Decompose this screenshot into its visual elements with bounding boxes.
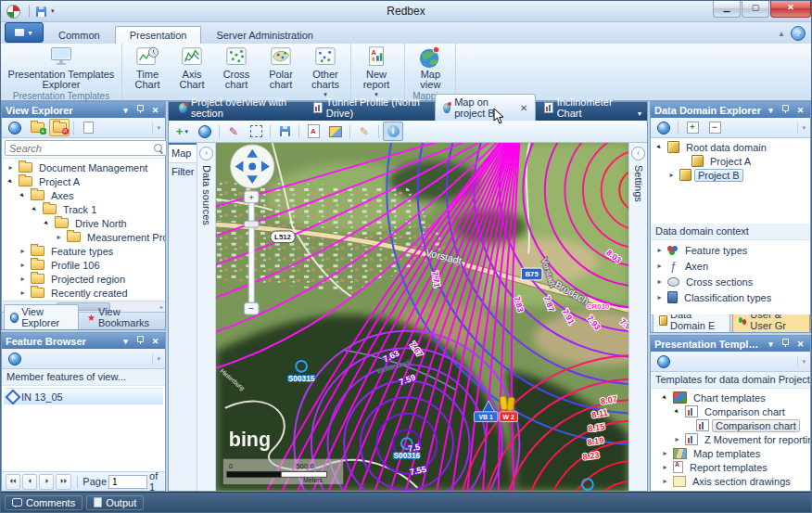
tab-map[interactable]: Map (169, 143, 197, 163)
tree-item[interactable]: ▸Root data domain (651, 140, 810, 154)
map-globe-button[interactable] (195, 122, 215, 141)
context-item[interactable]: ▸Classification types (651, 289, 810, 305)
last-page-button[interactable]: ⏵⏵ (56, 474, 70, 490)
output-button[interactable]: Output (86, 495, 144, 510)
minimize-button[interactable]: ▁ (713, 1, 741, 18)
tree-item[interactable]: Project A (651, 154, 810, 168)
window-position-icon[interactable]: ▾ (765, 340, 777, 349)
style-brush-button[interactable]: ✎ (223, 122, 244, 141)
data-sources-label[interactable]: Data sources (201, 165, 212, 225)
tree-item[interactable]: ▸Recently created (2, 286, 165, 300)
search-input[interactable] (5, 140, 167, 156)
expand-arrow-icon[interactable]: ▸ (18, 247, 28, 255)
tree-item[interactable]: ▸Profile 106 (2, 258, 165, 272)
close-icon[interactable]: ✕ (794, 106, 806, 115)
zoom-region-button[interactable] (246, 122, 266, 141)
tree-item[interactable]: ▸Drive North (2, 216, 165, 230)
annotate-button[interactable]: ✎ (354, 122, 374, 141)
axis-chart-button[interactable]: Axis Chart (170, 45, 214, 91)
page-input[interactable] (108, 475, 147, 489)
tree-item[interactable]: Comparison chart (651, 418, 810, 432)
toolbar-overflow-icon[interactable]: ▾ (152, 353, 162, 365)
comments-button[interactable]: Comments (5, 495, 82, 510)
expand-arrow-icon[interactable]: ▸ (654, 262, 665, 270)
tab-view-explorer[interactable]: View Explorer (4, 304, 79, 329)
doc-tab-inclinometer-chart[interactable]: Inclinometer Chart (536, 95, 632, 121)
tree-item[interactable]: ▸Axis section drawings (651, 474, 810, 488)
info-toggle-button[interactable]: i (383, 122, 403, 141)
expand-arrow-icon[interactable]: ▸ (654, 277, 665, 286)
doc-tab-project-overview[interactable]: Project overview with section (171, 95, 305, 121)
map-canvas[interactable]: VB 1 W 2 L512 B75 Vorstadt Vorstadt Brod… (216, 143, 628, 491)
tree-item[interactable]: ▸Track 1 (2, 202, 165, 216)
save-button[interactable] (274, 122, 295, 141)
refresh-features-button[interactable] (5, 350, 25, 367)
next-page-button[interactable]: ⏵ (39, 474, 54, 490)
context-item[interactable]: ▸Feature types (651, 242, 810, 258)
expand-arrow-icon[interactable]: ▸ (18, 275, 28, 283)
add-layer-button[interactable]: +▼ (172, 122, 193, 141)
filter-views-button[interactable]: ⊘ (49, 119, 70, 136)
expand-arrow-icon[interactable]: ▸ (6, 163, 16, 172)
tab-filter[interactable]: Filter (169, 163, 197, 181)
expand-arrow-icon[interactable]: ▸ (18, 289, 28, 297)
add-view-button[interactable]: + (27, 119, 47, 136)
refresh-domains-button[interactable] (653, 119, 674, 136)
pin-icon[interactable] (780, 106, 792, 115)
settings-label[interactable]: Settings (633, 165, 644, 202)
expand-arrow-icon[interactable]: ▸ (660, 463, 670, 471)
toolbar-overflow-icon[interactable]: ▾ (797, 356, 807, 367)
tree-item[interactable]: ▸Feature types (2, 244, 165, 258)
collapse-arrow-icon[interactable]: ▸ (4, 174, 17, 187)
tab-overflow-icon[interactable]: ▾ (632, 109, 647, 121)
expand-arrow-icon[interactable]: ▸ (672, 435, 682, 443)
zoom-slider-handle[interactable] (244, 221, 259, 227)
pin-icon[interactable] (134, 337, 146, 346)
new-report-button[interactable]: A New report ▼ (354, 45, 399, 101)
map-view-button[interactable]: Map view (408, 45, 452, 91)
collapse-arrow-icon[interactable]: ▸ (658, 391, 671, 404)
tab-common[interactable]: Common (44, 26, 115, 44)
collapse-arrow-icon[interactable]: ▸ (16, 188, 29, 201)
window-position-icon[interactable]: ▾ (120, 106, 132, 115)
time-chart-button[interactable]: Time Chart (125, 45, 170, 91)
tree-item[interactable]: ▸Comparison chart (651, 404, 810, 418)
context-item[interactable]: ▸ƒAxen (651, 258, 810, 274)
close-icon[interactable]: ✕ (149, 106, 161, 115)
maximize-button[interactable]: ▢ (742, 1, 769, 18)
tree-item[interactable]: ▸Map templates (651, 446, 810, 460)
window-position-icon[interactable]: ▾ (765, 106, 777, 115)
tree-item[interactable]: ▸Chart templates (651, 391, 810, 404)
expand-arrow-icon[interactable]: ▸ (654, 293, 665, 301)
expand-data-sources-icon[interactable]: › (199, 147, 213, 160)
context-item[interactable]: ▸Cross sections (651, 274, 810, 289)
help-icon[interactable]: ? (791, 26, 806, 41)
expand-arrow-icon[interactable]: ▸ (660, 477, 670, 485)
tab-server-administration[interactable]: Server Administration (201, 26, 328, 44)
presentation-templates-explorer-button[interactable]: Presentation Templates Explorer (4, 45, 119, 91)
collapse-all-button[interactable]: − (704, 119, 725, 136)
tree-item[interactable]: ▸Projected region (2, 272, 165, 286)
expand-settings-icon[interactable]: ‹ (631, 147, 645, 160)
collapse-arrow-icon[interactable]: ▸ (653, 140, 666, 153)
close-icon[interactable]: ✕ (794, 340, 806, 349)
close-icon[interactable]: ✕ (149, 337, 161, 346)
doc-tab-tunnel-profile[interactable]: Tunnel Profile (North Drive) (305, 95, 434, 121)
export-pdf-button[interactable]: A (303, 122, 324, 141)
refresh-templates-button[interactable] (653, 353, 674, 370)
refresh-view-button[interactable] (5, 119, 25, 136)
expand-arrow-icon[interactable]: ▸ (666, 171, 677, 179)
copy-view-button[interactable] (78, 119, 98, 136)
pin-icon[interactable] (134, 106, 146, 115)
tree-item[interactable]: ▸Project A (2, 174, 165, 188)
previous-page-button[interactable]: ⏴ (22, 474, 37, 490)
tree-item[interactable]: ▸Z Movement for reporting (651, 432, 810, 446)
window-position-icon[interactable]: ▾ (120, 337, 132, 346)
other-charts-button[interactable]: Other charts ▼ (303, 45, 348, 101)
map-compass[interactable] (231, 145, 274, 188)
yellow-marker[interactable] (507, 397, 515, 411)
close-button[interactable]: ✕ (770, 1, 811, 18)
tree-item[interactable]: ▸Project B (651, 168, 810, 182)
tab-presentation[interactable]: Presentation (115, 26, 202, 44)
tree-item[interactable]: ▸Axes (2, 188, 165, 202)
